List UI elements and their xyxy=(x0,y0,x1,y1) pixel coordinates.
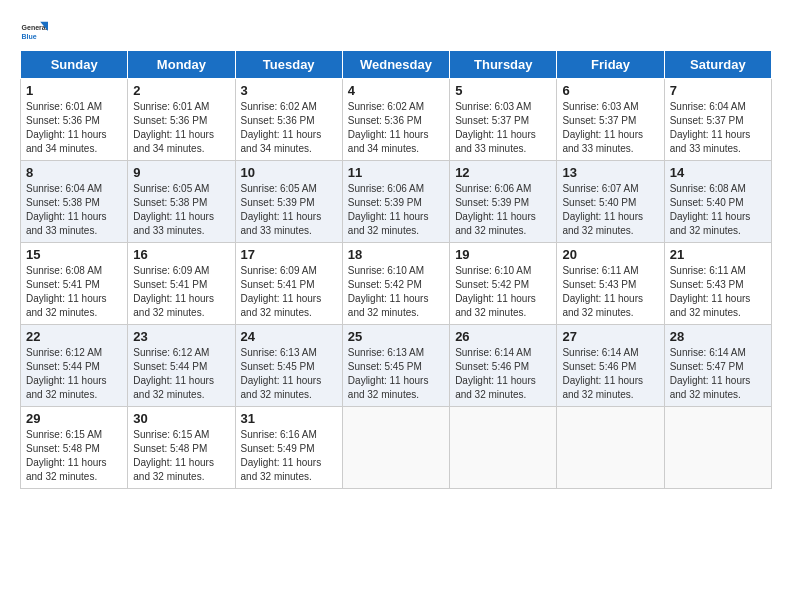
day-info: Sunrise: 6:06 AMSunset: 5:39 PMDaylight:… xyxy=(348,183,429,236)
day-number: 31 xyxy=(241,411,337,426)
svg-text:Blue: Blue xyxy=(22,33,37,40)
day-number: 26 xyxy=(455,329,551,344)
calendar-day-cell: 16 Sunrise: 6:09 AMSunset: 5:41 PMDaylig… xyxy=(128,243,235,325)
logo-icon: General Blue xyxy=(20,20,48,42)
day-info: Sunrise: 6:02 AMSunset: 5:36 PMDaylight:… xyxy=(241,101,322,154)
day-info: Sunrise: 6:02 AMSunset: 5:36 PMDaylight:… xyxy=(348,101,429,154)
calendar-day-cell: 25 Sunrise: 6:13 AMSunset: 5:45 PMDaylig… xyxy=(342,325,449,407)
day-number: 9 xyxy=(133,165,229,180)
day-info: Sunrise: 6:14 AMSunset: 5:46 PMDaylight:… xyxy=(455,347,536,400)
day-number: 4 xyxy=(348,83,444,98)
calendar-day-cell: 24 Sunrise: 6:13 AMSunset: 5:45 PMDaylig… xyxy=(235,325,342,407)
day-number: 24 xyxy=(241,329,337,344)
calendar-day-cell: 2 Sunrise: 6:01 AMSunset: 5:36 PMDayligh… xyxy=(128,79,235,161)
day-number: 30 xyxy=(133,411,229,426)
day-of-week-header-friday: Friday xyxy=(557,51,664,79)
calendar-day-cell: 6 Sunrise: 6:03 AMSunset: 5:37 PMDayligh… xyxy=(557,79,664,161)
calendar-day-cell: 26 Sunrise: 6:14 AMSunset: 5:46 PMDaylig… xyxy=(450,325,557,407)
day-of-week-header-thursday: Thursday xyxy=(450,51,557,79)
calendar-day-cell: 22 Sunrise: 6:12 AMSunset: 5:44 PMDaylig… xyxy=(21,325,128,407)
day-info: Sunrise: 6:11 AMSunset: 5:43 PMDaylight:… xyxy=(562,265,643,318)
calendar-day-cell: 1 Sunrise: 6:01 AMSunset: 5:36 PMDayligh… xyxy=(21,79,128,161)
calendar-day-cell xyxy=(664,407,771,489)
day-number: 17 xyxy=(241,247,337,262)
day-number: 1 xyxy=(26,83,122,98)
day-info: Sunrise: 6:13 AMSunset: 5:45 PMDaylight:… xyxy=(348,347,429,400)
day-info: Sunrise: 6:10 AMSunset: 5:42 PMDaylight:… xyxy=(348,265,429,318)
day-info: Sunrise: 6:16 AMSunset: 5:49 PMDaylight:… xyxy=(241,429,322,482)
day-info: Sunrise: 6:04 AMSunset: 5:37 PMDaylight:… xyxy=(670,101,751,154)
calendar-week-row: 29 Sunrise: 6:15 AMSunset: 5:48 PMDaylig… xyxy=(21,407,772,489)
day-info: Sunrise: 6:07 AMSunset: 5:40 PMDaylight:… xyxy=(562,183,643,236)
calendar-day-cell: 15 Sunrise: 6:08 AMSunset: 5:41 PMDaylig… xyxy=(21,243,128,325)
calendar-day-cell xyxy=(342,407,449,489)
day-number: 12 xyxy=(455,165,551,180)
calendar-week-row: 22 Sunrise: 6:12 AMSunset: 5:44 PMDaylig… xyxy=(21,325,772,407)
day-info: Sunrise: 6:13 AMSunset: 5:45 PMDaylight:… xyxy=(241,347,322,400)
day-info: Sunrise: 6:01 AMSunset: 5:36 PMDaylight:… xyxy=(133,101,214,154)
calendar-day-cell: 29 Sunrise: 6:15 AMSunset: 5:48 PMDaylig… xyxy=(21,407,128,489)
day-info: Sunrise: 6:09 AMSunset: 5:41 PMDaylight:… xyxy=(133,265,214,318)
calendar-day-cell xyxy=(450,407,557,489)
day-number: 16 xyxy=(133,247,229,262)
calendar-header-row: SundayMondayTuesdayWednesdayThursdayFrid… xyxy=(21,51,772,79)
calendar-day-cell: 10 Sunrise: 6:05 AMSunset: 5:39 PMDaylig… xyxy=(235,161,342,243)
calendar-day-cell: 13 Sunrise: 6:07 AMSunset: 5:40 PMDaylig… xyxy=(557,161,664,243)
day-number: 3 xyxy=(241,83,337,98)
day-number: 25 xyxy=(348,329,444,344)
calendar-day-cell: 30 Sunrise: 6:15 AMSunset: 5:48 PMDaylig… xyxy=(128,407,235,489)
day-number: 27 xyxy=(562,329,658,344)
calendar-day-cell: 19 Sunrise: 6:10 AMSunset: 5:42 PMDaylig… xyxy=(450,243,557,325)
day-of-week-header-monday: Monday xyxy=(128,51,235,79)
page-header: General Blue xyxy=(20,20,772,42)
calendar-day-cell: 31 Sunrise: 6:16 AMSunset: 5:49 PMDaylig… xyxy=(235,407,342,489)
calendar-day-cell: 11 Sunrise: 6:06 AMSunset: 5:39 PMDaylig… xyxy=(342,161,449,243)
day-info: Sunrise: 6:03 AMSunset: 5:37 PMDaylight:… xyxy=(562,101,643,154)
day-number: 28 xyxy=(670,329,766,344)
day-number: 14 xyxy=(670,165,766,180)
day-number: 7 xyxy=(670,83,766,98)
day-info: Sunrise: 6:15 AMSunset: 5:48 PMDaylight:… xyxy=(133,429,214,482)
logo: General Blue xyxy=(20,20,48,42)
calendar-day-cell: 3 Sunrise: 6:02 AMSunset: 5:36 PMDayligh… xyxy=(235,79,342,161)
day-of-week-header-saturday: Saturday xyxy=(664,51,771,79)
calendar-day-cell: 27 Sunrise: 6:14 AMSunset: 5:46 PMDaylig… xyxy=(557,325,664,407)
day-info: Sunrise: 6:04 AMSunset: 5:38 PMDaylight:… xyxy=(26,183,107,236)
day-info: Sunrise: 6:03 AMSunset: 5:37 PMDaylight:… xyxy=(455,101,536,154)
day-info: Sunrise: 6:01 AMSunset: 5:36 PMDaylight:… xyxy=(26,101,107,154)
day-info: Sunrise: 6:12 AMSunset: 5:44 PMDaylight:… xyxy=(26,347,107,400)
day-number: 2 xyxy=(133,83,229,98)
day-info: Sunrise: 6:12 AMSunset: 5:44 PMDaylight:… xyxy=(133,347,214,400)
day-number: 29 xyxy=(26,411,122,426)
calendar-day-cell: 14 Sunrise: 6:08 AMSunset: 5:40 PMDaylig… xyxy=(664,161,771,243)
day-number: 10 xyxy=(241,165,337,180)
calendar-day-cell: 12 Sunrise: 6:06 AMSunset: 5:39 PMDaylig… xyxy=(450,161,557,243)
day-info: Sunrise: 6:06 AMSunset: 5:39 PMDaylight:… xyxy=(455,183,536,236)
calendar-day-cell: 4 Sunrise: 6:02 AMSunset: 5:36 PMDayligh… xyxy=(342,79,449,161)
calendar-table: SundayMondayTuesdayWednesdayThursdayFrid… xyxy=(20,50,772,489)
day-number: 6 xyxy=(562,83,658,98)
day-info: Sunrise: 6:10 AMSunset: 5:42 PMDaylight:… xyxy=(455,265,536,318)
day-number: 11 xyxy=(348,165,444,180)
calendar-day-cell: 20 Sunrise: 6:11 AMSunset: 5:43 PMDaylig… xyxy=(557,243,664,325)
calendar-week-row: 1 Sunrise: 6:01 AMSunset: 5:36 PMDayligh… xyxy=(21,79,772,161)
calendar-day-cell: 8 Sunrise: 6:04 AMSunset: 5:38 PMDayligh… xyxy=(21,161,128,243)
day-info: Sunrise: 6:09 AMSunset: 5:41 PMDaylight:… xyxy=(241,265,322,318)
calendar-week-row: 15 Sunrise: 6:08 AMSunset: 5:41 PMDaylig… xyxy=(21,243,772,325)
day-number: 18 xyxy=(348,247,444,262)
day-info: Sunrise: 6:05 AMSunset: 5:38 PMDaylight:… xyxy=(133,183,214,236)
day-info: Sunrise: 6:05 AMSunset: 5:39 PMDaylight:… xyxy=(241,183,322,236)
calendar-day-cell: 5 Sunrise: 6:03 AMSunset: 5:37 PMDayligh… xyxy=(450,79,557,161)
calendar-day-cell: 17 Sunrise: 6:09 AMSunset: 5:41 PMDaylig… xyxy=(235,243,342,325)
day-info: Sunrise: 6:15 AMSunset: 5:48 PMDaylight:… xyxy=(26,429,107,482)
day-number: 21 xyxy=(670,247,766,262)
day-number: 15 xyxy=(26,247,122,262)
calendar-body: 1 Sunrise: 6:01 AMSunset: 5:36 PMDayligh… xyxy=(21,79,772,489)
day-of-week-header-sunday: Sunday xyxy=(21,51,128,79)
calendar-day-cell: 7 Sunrise: 6:04 AMSunset: 5:37 PMDayligh… xyxy=(664,79,771,161)
day-number: 5 xyxy=(455,83,551,98)
day-info: Sunrise: 6:08 AMSunset: 5:41 PMDaylight:… xyxy=(26,265,107,318)
day-info: Sunrise: 6:08 AMSunset: 5:40 PMDaylight:… xyxy=(670,183,751,236)
day-info: Sunrise: 6:11 AMSunset: 5:43 PMDaylight:… xyxy=(670,265,751,318)
calendar-day-cell: 21 Sunrise: 6:11 AMSunset: 5:43 PMDaylig… xyxy=(664,243,771,325)
